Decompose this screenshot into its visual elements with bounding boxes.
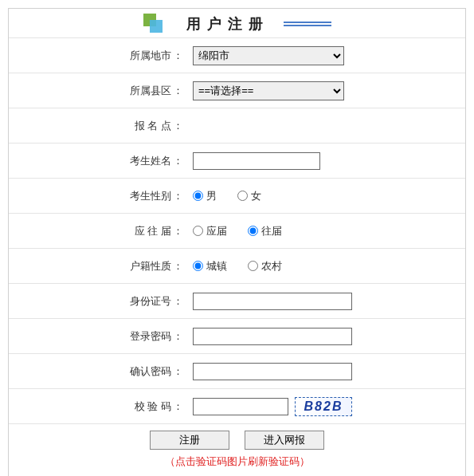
- captcha-hint: （点击验证码图片刷新验证码）: [9, 453, 465, 476]
- label-gender: 考生性别：: [9, 189, 188, 203]
- radio-hukou-rural[interactable]: [248, 261, 258, 271]
- row-county: 所属县区： ==请选择==: [9, 73, 465, 108]
- radio-hukou-urban[interactable]: [193, 261, 203, 271]
- input-captcha[interactable]: [193, 398, 288, 415]
- label-id: 身份证号：: [9, 294, 188, 309]
- input-password-confirm[interactable]: [193, 363, 352, 380]
- form-header: 用户注册: [9, 9, 465, 37]
- logo-icon: [143, 14, 164, 34]
- label-name: 考生姓名：: [9, 154, 188, 168]
- label-captcha: 校 验 码：: [9, 399, 188, 414]
- radio-grad-past[interactable]: [248, 226, 258, 236]
- row-password: 登录密码：: [9, 318, 465, 353]
- row-name: 考生姓名：: [9, 143, 465, 178]
- input-name[interactable]: [193, 152, 320, 170]
- select-city[interactable]: 绵阳市: [193, 46, 344, 65]
- label-county: 所属县区：: [9, 84, 188, 98]
- radio-grad-current[interactable]: [193, 226, 203, 236]
- row-id: 身份证号：: [9, 283, 465, 318]
- label-city: 所属地市：: [9, 49, 188, 63]
- enter-button[interactable]: 进入网报: [245, 431, 324, 450]
- row-city: 所属地市： 绵阳市: [9, 37, 465, 73]
- radio-grad-past-label[interactable]: 往届: [248, 224, 282, 238]
- page-title: 用户注册: [186, 14, 269, 33]
- radio-gender-female[interactable]: [237, 191, 248, 201]
- row-site: 报 名 点：: [9, 108, 465, 143]
- label-site: 报 名 点：: [9, 119, 188, 133]
- radio-gender-male[interactable]: [193, 191, 203, 201]
- row-gender: 考生性别： 男 女: [9, 178, 465, 213]
- radio-grad-current-label[interactable]: 应届: [193, 224, 227, 238]
- input-password[interactable]: [193, 328, 352, 345]
- radio-hukou-urban-label[interactable]: 城镇: [193, 259, 227, 273]
- label-password: 登录密码：: [9, 329, 188, 344]
- select-county[interactable]: ==请选择==: [193, 81, 344, 100]
- captcha-image[interactable]: B82B: [295, 397, 352, 416]
- row-grad: 应 往 届： 应届 往届: [9, 213, 465, 248]
- register-button[interactable]: 注册: [150, 431, 229, 450]
- label-grad: 应 往 届：: [9, 224, 188, 238]
- input-id[interactable]: [193, 293, 352, 310]
- row-hukou: 户籍性质： 城镇 农村: [9, 248, 465, 283]
- registration-form: 用户注册 所属地市： 绵阳市 所属县区： ==请选择== 报 名 点：: [8, 8, 466, 476]
- row-captcha: 校 验 码： B82B: [9, 388, 465, 423]
- row-password-confirm: 确认密码：: [9, 353, 465, 388]
- radio-gender-male-label[interactable]: 男: [193, 189, 217, 203]
- radio-gender-female-label[interactable]: 女: [237, 189, 261, 203]
- label-hukou: 户籍性质：: [9, 259, 188, 273]
- button-row: 注册 进入网报: [9, 423, 465, 453]
- radio-hukou-rural-label[interactable]: 农村: [248, 259, 282, 273]
- label-password-confirm: 确认密码：: [9, 364, 188, 379]
- title-decoration: [284, 22, 331, 26]
